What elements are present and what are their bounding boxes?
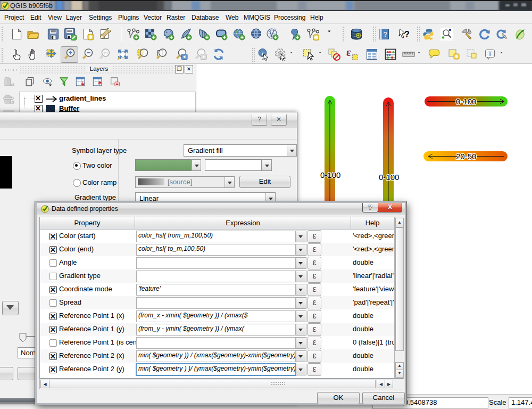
svg-text:?: ? — [404, 30, 410, 39]
svg-text:T: T — [488, 51, 492, 57]
svg-text:ε: ε — [346, 48, 351, 58]
svg-text:1:1: 1:1 — [103, 51, 108, 55]
svg-text:?: ? — [383, 30, 387, 38]
